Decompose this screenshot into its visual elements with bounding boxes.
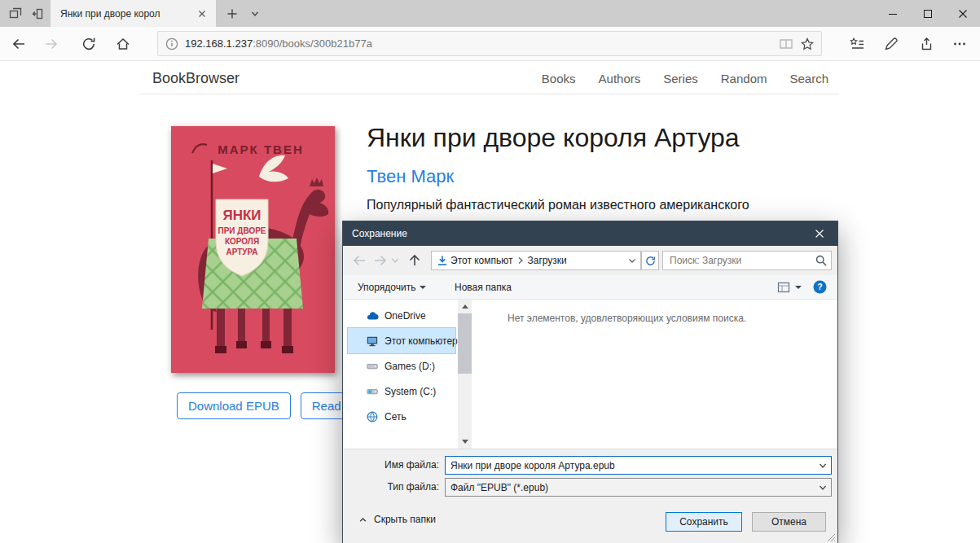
tab-close-icon[interactable] xyxy=(195,7,209,21)
history-chevron-icon[interactable] xyxy=(389,252,402,269)
onedrive-cloud-icon xyxy=(366,309,379,322)
cancel-button[interactable]: Отмена xyxy=(752,512,826,532)
organize-button[interactable]: Упорядочить xyxy=(358,275,426,299)
book-author-link[interactable]: Твен Марк xyxy=(367,166,454,187)
this-pc-icon xyxy=(366,335,379,348)
folder-sidebar: OneDrive Этот компьютер Games (D:) xyxy=(343,300,458,449)
system-drive-icon xyxy=(366,385,379,398)
sidebar-item-label: Этот компьютер xyxy=(385,335,458,347)
network-icon xyxy=(366,410,379,423)
dialog-fields: Имя файла: Тип файла: Файл "EPUB" (*.epu… xyxy=(343,449,837,501)
dialog-forward-icon[interactable] xyxy=(371,252,390,269)
drive-icon xyxy=(366,360,379,373)
breadcrumb-this-pc[interactable]: Этот компьют xyxy=(450,255,513,266)
dialog-toolbar: Упорядочить Новая папка ? xyxy=(343,275,837,300)
new-folder-button[interactable]: Новая папка xyxy=(455,275,512,299)
sidebar-item-label: OneDrive xyxy=(385,310,426,322)
book-actions: Download EPUB Read xyxy=(177,392,353,419)
sidebar-item-system-c[interactable]: System (C:) xyxy=(348,379,455,404)
hide-folders-button[interactable]: Скрыть папки xyxy=(358,514,436,525)
favorite-star-icon[interactable] xyxy=(800,37,815,51)
sidebar-item-label: System (C:) xyxy=(385,386,436,397)
home-icon[interactable] xyxy=(111,33,135,55)
scroll-up-icon[interactable] xyxy=(458,300,472,313)
cover-title-line-4: АРТУРА xyxy=(226,247,257,256)
url-text: 192.168.1.237:8090/books/300b21b77a xyxy=(185,37,372,50)
site-brand[interactable]: BookBrowser xyxy=(152,70,240,87)
share-icon[interactable] xyxy=(908,27,943,61)
file-name-label: Имя файла: xyxy=(343,456,439,475)
scrollbar-thumb[interactable] xyxy=(458,313,472,374)
tab-list-chevron-icon[interactable] xyxy=(244,0,266,27)
breadcrumb-dropdown-icon[interactable] xyxy=(626,255,638,266)
browser-toolbar-icons xyxy=(840,27,977,61)
book-cover: МАРК ТВЕН xyxy=(171,126,335,373)
more-options-icon[interactable] xyxy=(943,27,977,61)
file-name-dropdown-icon[interactable] xyxy=(815,457,831,474)
breadcrumb-chevron-icon[interactable] xyxy=(515,255,526,266)
svg-text:?: ? xyxy=(817,282,822,291)
search-box[interactable] xyxy=(662,251,832,270)
nav-link-random[interactable]: Random xyxy=(721,72,767,85)
site-nav: Books Authors Series Random Search xyxy=(542,72,828,85)
dialog-titlebar[interactable]: Сохранение xyxy=(343,221,837,246)
dialog-close-icon[interactable] xyxy=(801,221,837,246)
nav-link-series[interactable]: Series xyxy=(663,72,698,85)
search-icon[interactable] xyxy=(815,254,828,267)
resize-grip[interactable] xyxy=(827,533,836,542)
sidebar-item-this-pc[interactable]: Этот компьютер xyxy=(348,328,455,353)
scroll-down-icon[interactable] xyxy=(458,435,472,449)
sidebar-scrollbar[interactable] xyxy=(458,300,472,449)
cover-title-line-2: ПРИ ДВОРЕ xyxy=(218,226,266,235)
browser-tab[interactable]: Янки при дворе корол xyxy=(51,0,216,27)
screen: Янки при дворе корол xyxy=(0,0,980,543)
address-bar[interactable]: 192.168.1.237:8090/books/300b21b77a xyxy=(157,31,822,56)
organize-caret-icon xyxy=(420,286,426,289)
tab-title: Янки при дворе корол xyxy=(60,8,195,20)
file-type-label: Тип файла: xyxy=(343,478,439,497)
maximize-button[interactable] xyxy=(910,0,945,27)
file-list-area[interactable]: Нет элементов, удовлетворяющих условиям … xyxy=(472,300,837,449)
dialog-nav-row: Этот компьют Загрузки xyxy=(343,246,837,275)
change-view-button[interactable] xyxy=(776,275,802,299)
sidebar-item-games-d[interactable]: Games (D:) xyxy=(348,353,455,379)
new-tab-button[interactable] xyxy=(222,0,243,27)
dialog-footer: Скрыть папки Сохранить Отмена xyxy=(343,501,837,543)
file-name-input[interactable] xyxy=(446,460,815,471)
new-folder-label: Новая папка xyxy=(455,282,512,293)
sidebar-item-label: Сеть xyxy=(385,411,407,423)
refresh-icon[interactable] xyxy=(77,33,101,55)
web-note-pen-icon[interactable] xyxy=(874,27,908,61)
file-name-combobox[interactable] xyxy=(445,456,832,475)
reading-view-icon[interactable] xyxy=(778,36,794,52)
set-tabs-aside-icon[interactable] xyxy=(26,0,47,27)
nav-link-books[interactable]: Books xyxy=(542,72,576,85)
breadcrumb[interactable]: Этот компьют Загрузки xyxy=(431,251,641,270)
refresh-folder-icon[interactable] xyxy=(641,251,659,270)
cover-title-line-3: КОРОЛЯ xyxy=(225,237,259,246)
file-type-combobox[interactable]: Файл "EPUB" (*.epub) xyxy=(445,478,832,497)
site-info-icon[interactable] xyxy=(165,37,179,51)
tab-preview-icon[interactable] xyxy=(5,0,26,27)
file-type-dropdown-icon[interactable] xyxy=(815,479,831,496)
close-button[interactable] xyxy=(945,0,980,27)
back-icon[interactable] xyxy=(7,33,31,55)
nav-link-authors[interactable]: Authors xyxy=(599,72,641,85)
url-path: :8090/books/300b21b77a xyxy=(253,37,372,50)
save-button[interactable]: Сохранить xyxy=(666,512,742,532)
nav-link-search[interactable]: Search xyxy=(789,72,828,85)
folder-search-input[interactable] xyxy=(668,254,815,267)
view-caret-icon xyxy=(795,286,802,289)
help-icon[interactable]: ? xyxy=(813,275,827,299)
forward-icon[interactable] xyxy=(39,33,64,55)
sidebar-item-onedrive[interactable]: OneDrive xyxy=(348,303,455,328)
up-folder-icon[interactable] xyxy=(405,252,424,269)
cover-title-line-1: ЯНКИ xyxy=(222,208,261,223)
sidebar-item-network[interactable]: Сеть xyxy=(348,404,455,429)
minimize-button[interactable] xyxy=(875,0,910,27)
browser-navbar: 192.168.1.237:8090/books/300b21b77a xyxy=(0,27,980,61)
dialog-back-icon[interactable] xyxy=(349,252,369,269)
hub-favorites-icon[interactable] xyxy=(840,27,874,61)
download-epub-button[interactable]: Download EPUB xyxy=(177,392,291,419)
breadcrumb-downloads[interactable]: Загрузки xyxy=(528,255,567,266)
